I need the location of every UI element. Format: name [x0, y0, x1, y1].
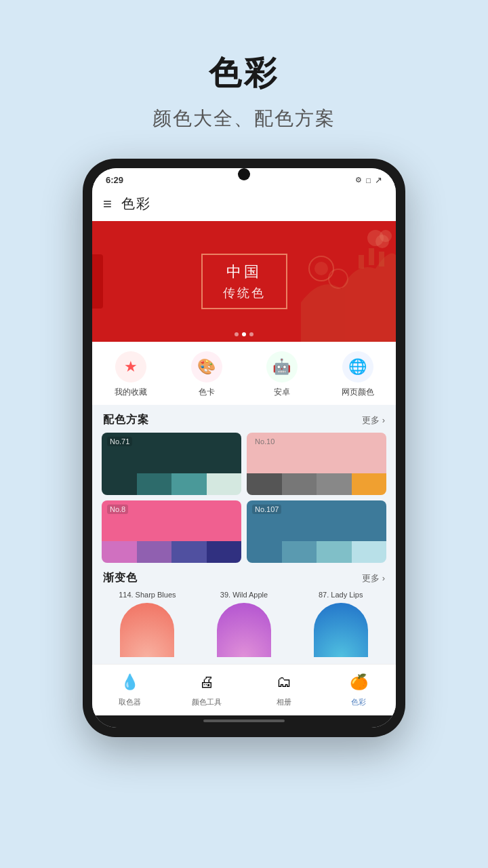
svg-point-4	[314, 262, 328, 275]
settings-status-icon: ⚙	[355, 176, 362, 184]
palette-no-71: No.71	[107, 437, 132, 446]
banner-dots	[235, 332, 253, 336]
gradient-item-wild-apple[interactable]: 39. Wild Apple	[199, 591, 290, 657]
menu-icon[interactable]: ≡	[103, 195, 112, 213]
palette-no-10: No.10	[252, 437, 277, 446]
colors-nav-label: 色彩	[351, 697, 366, 707]
banner-dot-3[interactable]	[249, 332, 253, 336]
nav-title: 色彩	[121, 195, 151, 213]
quick-icons-bar: ★ 我的收藏 🎨 色卡 🤖 安卓	[92, 342, 396, 405]
signal-status-icon: ↗	[375, 175, 382, 185]
notification-status-icon: □	[366, 176, 371, 184]
album-nav-icon: 🗂	[272, 670, 296, 694]
quick-item-favorites[interactable]: ★ 我的收藏	[115, 351, 147, 398]
palette-card-107[interactable]: No.107	[247, 500, 386, 563]
status-time: 6:29	[106, 175, 123, 185]
gradient-label-lady-lips: 87. Lady Lips	[319, 591, 363, 599]
gradient-grid: 114. Sharp Blues 39. Wild Apple 87. Lady…	[99, 591, 389, 657]
banner-decoration	[301, 221, 396, 342]
favorites-icon-bg: ★	[115, 351, 146, 382]
color-card-icon-bg: 🎨	[191, 351, 222, 382]
gradient-item-sharp-blues[interactable]: 114. Sharp Blues	[102, 591, 193, 657]
color-tools-nav-icon: 🖨	[195, 670, 219, 694]
gradient-circle-sharp-blues	[120, 603, 174, 657]
svg-rect-1	[369, 248, 374, 265]
palette-more-button[interactable]: 更多 ›	[362, 414, 385, 427]
palette-bottom-71	[102, 473, 241, 495]
status-icons: ⚙ □ ↗	[355, 175, 382, 185]
gradient-item-lady-lips[interactable]: 87. Lady Lips	[295, 591, 386, 657]
favorites-icon: ★	[124, 358, 138, 376]
palette-card-10[interactable]: No.10	[247, 433, 386, 495]
home-bar	[203, 719, 285, 722]
color-tools-nav-label: 颜色工具	[192, 697, 222, 707]
palette-section-title: 配色方案	[103, 413, 149, 427]
color-card-label: 色卡	[199, 387, 215, 398]
color-picker-nav-icon: 💧	[117, 670, 142, 694]
svg-point-8	[375, 235, 389, 248]
page-header: 色彩 颜色大全、配色方案	[152, 24, 336, 145]
svg-rect-2	[379, 252, 384, 267]
web-colors-label: 网页颜色	[342, 387, 374, 398]
quick-item-android[interactable]: 🤖 安卓	[266, 351, 298, 398]
page-title: 色彩	[152, 52, 336, 95]
gradient-section: 渐变色 更多 › 114. Sharp Blues 39. Wild Apple	[92, 563, 396, 664]
bottom-nav-color-picker[interactable]: 💧 取色器	[117, 670, 142, 707]
quick-item-color-card[interactable]: 🎨 色卡	[191, 351, 222, 398]
gradient-section-title: 渐变色	[103, 571, 138, 585]
gradient-circle-wild-apple	[217, 603, 271, 657]
android-label: 安卓	[274, 387, 290, 398]
album-nav-label: 相册	[277, 697, 291, 707]
bottom-nav-colors[interactable]: 🍊 色彩	[346, 670, 371, 707]
gradient-more-button[interactable]: 更多 ›	[362, 572, 385, 585]
favorites-label: 我的收藏	[115, 387, 147, 398]
palette-no-107: No.107	[252, 505, 281, 514]
gradient-section-header: 渐变色 更多 ›	[99, 563, 389, 591]
banner-content: 中国 传统色	[201, 254, 287, 309]
color-picker-nav-label: 取色器	[119, 697, 141, 707]
gradient-label-sharp-blues: 114. Sharp Blues	[119, 591, 176, 599]
banner-title: 中国	[223, 262, 266, 282]
quick-item-web-colors[interactable]: 🌐 网页颜色	[342, 351, 374, 398]
color-card-icon: 🎨	[197, 358, 216, 376]
banner-dot-1[interactable]	[235, 332, 239, 336]
banner-left-tab	[92, 254, 103, 309]
bottom-nav-color-tools[interactable]: 🖨 颜色工具	[192, 670, 222, 707]
banner[interactable]: 中国 传统色	[92, 221, 396, 342]
palette-grid: No.71 No.10	[99, 433, 389, 563]
svg-rect-0	[359, 255, 364, 269]
top-nav: ≡ 色彩	[92, 189, 396, 221]
phone-screen: 6:29 ⚙ □ ↗ ≡ 色彩	[92, 168, 396, 728]
bottom-nav-album[interactable]: 🗂 相册	[272, 670, 296, 707]
palette-bottom-8	[102, 541, 241, 563]
banner-dot-2[interactable]	[242, 332, 246, 336]
web-colors-icon-bg: 🌐	[342, 351, 373, 382]
android-icon-bg: 🤖	[266, 351, 298, 382]
banner-subtitle: 传统色	[223, 285, 266, 301]
android-icon: 🤖	[272, 358, 291, 376]
colors-nav-icon: 🍊	[346, 670, 371, 694]
gradient-label-wild-apple: 39. Wild Apple	[220, 591, 268, 599]
palette-bottom-10	[247, 473, 386, 495]
bottom-nav: 💧 取色器 🖨 颜色工具 🗂 相册 🍊 色彩	[92, 664, 396, 715]
web-colors-icon: 🌐	[348, 358, 367, 376]
phone-shell: 6:29 ⚙ □ ↗ ≡ 色彩	[83, 159, 405, 737]
palette-card-8[interactable]: No.8	[102, 500, 241, 563]
palette-card-71[interactable]: No.71	[102, 433, 241, 495]
page-subtitle: 颜色大全、配色方案	[152, 106, 336, 132]
svg-point-5	[329, 269, 348, 288]
palette-section-header: 配色方案 更多 ›	[99, 405, 389, 433]
home-indicator	[92, 715, 396, 728]
palette-bottom-107	[247, 541, 386, 563]
palette-section: 配色方案 更多 › No.71	[92, 405, 396, 563]
camera-notch	[238, 168, 250, 180]
gradient-circle-lady-lips	[314, 603, 368, 657]
palette-no-8: No.8	[107, 505, 128, 514]
